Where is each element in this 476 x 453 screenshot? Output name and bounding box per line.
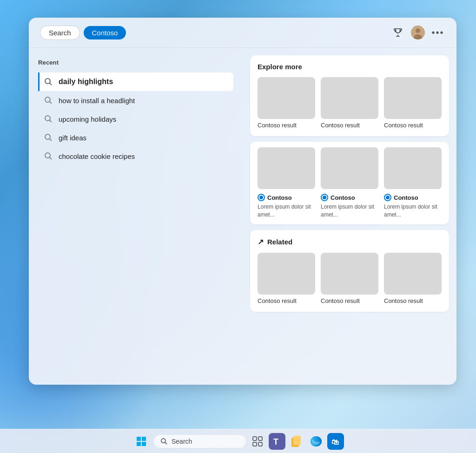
recent-section-label: Recent [38,59,233,66]
app-result-desc: Lorem ipsum dolor sit amet... [321,203,378,219]
result-item[interactable]: Contoso result [321,253,378,304]
store-logo-icon: 🛍 [329,435,342,448]
avatar[interactable] [411,26,425,39]
start-button[interactable] [132,432,151,451]
search-icon [44,133,53,142]
result-item[interactable]: Contoso result [384,253,442,304]
right-panel: Explore more Contoso result Contoso resu… [243,48,456,385]
search-icon [44,96,53,105]
result-label: Contoso result [258,297,315,304]
files-logo-icon [290,435,303,448]
related-title: ↗ Related [258,237,442,246]
svg-rect-22 [258,442,262,446]
result-thumbnail [258,253,315,295]
recent-list: daily highlights how to install a headli… [38,72,233,165]
explore-results-grid: Contoso result Contoso result Contoso re… [258,77,442,129]
app-result-item[interactable]: Contoso Lorem ipsum dolor sit amet... [321,147,378,219]
trophy-icon[interactable] [390,25,405,40]
header-icons: ••• [390,25,445,40]
app-result-thumbnail [321,147,378,189]
svg-rect-13 [137,437,141,441]
result-item[interactable]: Contoso result [258,253,315,304]
recent-item[interactable]: chocolate cookie recipes [38,147,233,165]
recent-item-text: how to install a headlight [59,97,135,105]
taskbar: Search T [0,429,476,453]
recent-item-text: chocolate cookie recipes [59,152,135,160]
edge-icon[interactable] [308,433,324,450]
contoso-app-icon [258,194,265,201]
contoso-app-icon [321,194,328,201]
panel-body: Recent daily highlights [29,48,456,385]
taskbar-search-box[interactable]: Search [153,434,246,448]
recent-item-text: daily highlights [59,78,113,86]
search-icon [44,77,53,86]
tab-search[interactable]: Search [40,26,80,40]
svg-point-5 [45,97,50,102]
related-card: ↗ Related Contoso result Contoso result … [250,230,449,312]
svg-line-12 [50,158,52,160]
task-view-icon [252,436,263,446]
svg-rect-16 [142,442,146,446]
taskbar-search-text: Search [172,438,192,445]
svg-text:🛍: 🛍 [331,438,339,446]
result-label: Contoso result [321,297,378,304]
app-result-thumbnail [258,147,315,189]
svg-point-17 [161,439,165,443]
panel-header: Search Contoso ••• [29,18,456,48]
teams-icon[interactable]: T [269,433,285,450]
more-menu-button[interactable]: ••• [430,25,445,40]
svg-rect-14 [142,437,146,441]
svg-point-1 [416,28,420,33]
recent-item-text: upcoming holidays [59,115,116,123]
svg-line-6 [50,102,52,104]
result-item[interactable]: Contoso result [258,77,315,129]
recent-item[interactable]: upcoming holidays [38,110,233,128]
svg-rect-15 [137,442,141,446]
app-result-item[interactable]: Contoso Lorem ipsum dolor sit amet... [384,147,442,219]
app-result-desc: Lorem ipsum dolor sit amet... [384,203,442,219]
app-result-thumbnail [384,147,442,189]
result-thumbnail [384,77,442,119]
recent-item-text: gift ideas [59,134,86,142]
result-thumbnail [321,253,378,295]
svg-line-4 [50,83,52,85]
search-icon [44,151,53,161]
app-results-grid: Contoso Lorem ipsum dolor sit amet... Co… [258,147,442,219]
store-icon[interactable]: 🛍 [327,433,344,450]
result-label: Contoso result [258,122,315,129]
search-panel: Search Contoso ••• Recent [29,18,456,385]
svg-point-7 [45,116,50,121]
svg-text:T: T [273,437,278,446]
tab-contoso[interactable]: Contoso [84,26,126,39]
app-result-desc: Lorem ipsum dolor sit amet... [258,203,315,219]
svg-rect-25 [293,436,301,445]
svg-line-10 [50,139,52,141]
result-thumbnail [384,253,442,295]
svg-line-18 [165,442,167,444]
svg-point-11 [45,153,50,158]
task-view-button[interactable] [249,433,266,450]
result-label: Contoso result [321,122,378,129]
related-results-grid: Contoso result Contoso result Contoso re… [258,253,442,304]
left-panel: Recent daily highlights [29,48,243,385]
app-result-item[interactable]: Contoso Lorem ipsum dolor sit amet... [258,147,315,219]
teams-logo-icon: T [271,435,283,447]
app-result-name: Contoso [258,194,315,201]
recent-item[interactable]: daily highlights [38,72,233,91]
edge-logo-icon [310,435,323,448]
result-thumbnail [321,77,378,119]
app-result-name: Contoso [384,194,442,201]
result-item[interactable]: Contoso result [384,77,442,129]
recent-item[interactable]: gift ideas [38,128,233,147]
result-label: Contoso result [384,297,442,304]
files-icon[interactable] [288,433,305,450]
svg-point-3 [45,79,50,84]
explore-more-card: Explore more Contoso result Contoso resu… [250,55,449,136]
recent-item[interactable]: how to install a headlight [38,91,233,110]
svg-rect-20 [258,437,262,440]
taskbar-search-icon [160,438,168,445]
explore-more-title: Explore more [258,63,442,71]
app-result-name: Contoso [321,194,378,201]
result-label: Contoso result [384,122,442,129]
result-item[interactable]: Contoso result [321,77,378,129]
